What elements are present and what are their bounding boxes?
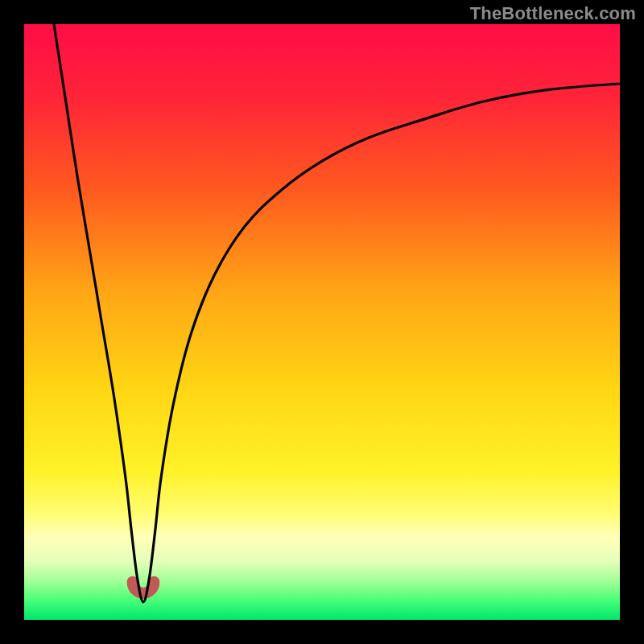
svg-rect-0: [24, 24, 620, 620]
watermark-label: TheBottleneck.com: [470, 3, 636, 24]
chart-frame: TheBottleneck.com: [0, 0, 644, 644]
plot-area: [24, 24, 620, 620]
background-gradient: [24, 24, 620, 620]
